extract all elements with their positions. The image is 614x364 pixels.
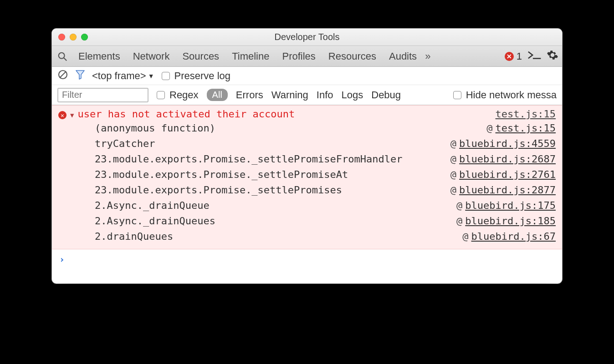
stack-frame-location-link[interactable]: bluebird.js:2761 [459,167,556,182]
level-errors[interactable]: Errors [236,89,263,101]
stack-frame-function: 2.drainQueues [95,229,173,244]
stack-frame-location-link[interactable]: bluebird.js:4559 [459,136,556,152]
console-prompt[interactable]: › [52,249,562,269]
at-symbol: @ [450,182,456,198]
tab-timeline[interactable]: Timeline [225,46,276,66]
toggle-drawer-icon[interactable] [527,50,541,63]
tab-network[interactable]: Network [127,46,176,66]
level-all[interactable]: All [207,89,228,101]
stack-frame-location-link[interactable]: bluebird.js:67 [471,229,556,244]
stack-frame: 2.drainQueues@bluebird.js:67 [95,229,556,244]
stack-frame: 2.Async._drainQueue@bluebird.js:175 [95,198,556,213]
stack-frame-function: 2.Async._drainQueue [95,198,210,213]
svg-point-0 [59,52,65,58]
chevron-down-icon: ▼ [148,72,154,80]
window-title: Developer Tools [52,32,562,42]
panel-tabs: Elements Network Sources Timeline Profil… [52,46,562,67]
console-filterbar: Regex All Errors Warning Info Logs Debug… [52,85,562,105]
tab-resources[interactable]: Resources [322,46,383,66]
window-controls [52,34,88,40]
stack-frame-function: 23.module.exports.Promise._settlePromise… [95,167,348,182]
stack-trace: (anonymous function)@test.js:15tryCatche… [95,121,556,244]
preserve-log-label: Preserve log [174,70,231,82]
stack-frame-location-link[interactable]: bluebird.js:2877 [459,182,556,198]
at-symbol: @ [450,167,456,182]
frame-selector[interactable]: <top frame> ▼ [92,70,154,82]
svg-line-4 [60,71,66,78]
tab-sources[interactable]: Sources [176,46,225,66]
clear-console-icon[interactable] [57,69,68,83]
stack-frame: tryCatcher@bluebird.js:4559 [95,136,556,152]
stack-frame-function: 23.module.exports.Promise._settlePromise… [95,152,403,167]
regex-label: Regex [169,89,199,101]
at-symbol: @ [462,229,468,244]
frame-selector-label: <top frame> [92,70,146,82]
at-symbol: @ [450,136,456,152]
stack-frame: 23.module.exports.Promise._settlePromise… [95,167,556,182]
preserve-log-checkbox[interactable]: Preserve log [162,70,231,82]
stack-frame-function: 23.module.exports.Promise._settlePromise… [95,182,342,198]
error-entry[interactable]: ✕ ▼ user has not activated their account… [52,105,562,249]
console-toolbar: <top frame> ▼ Preserve log [52,67,562,85]
level-logs[interactable]: Logs [342,89,363,101]
titlebar: Developer Tools [52,29,562,46]
zoom-window-button[interactable] [81,34,88,40]
tab-profiles[interactable]: Profiles [276,46,322,66]
devtools-window: Developer Tools Elements Network Sources… [52,29,562,283]
at-symbol: @ [456,198,462,213]
stack-frame-location-link[interactable]: bluebird.js:2687 [459,152,556,167]
error-message: user has not activated their account [77,108,295,120]
checkbox-icon [453,91,461,99]
filter-icon[interactable] [76,70,85,82]
at-symbol: @ [456,213,462,229]
at-symbol: @ [450,152,456,167]
console-output: ✕ ▼ user has not activated their account… [52,105,562,283]
settings-icon[interactable] [547,49,558,64]
level-debug[interactable]: Debug [371,89,401,101]
error-badge-icon[interactable]: ✕ [505,52,514,61]
stack-frame-function: 2.Async._drainQueues [95,213,215,229]
error-icon: ✕ [58,111,67,119]
stack-frame-function: tryCatcher [95,136,155,152]
level-info[interactable]: Info [317,89,333,101]
search-icon[interactable] [57,51,67,61]
stack-frame-location-link[interactable]: bluebird.js:175 [465,198,556,213]
at-symbol: @ [486,121,492,136]
disclosure-triangle-icon[interactable]: ▼ [70,111,74,119]
stack-frame: (anonymous function)@test.js:15 [95,121,556,136]
level-warning[interactable]: Warning [271,89,308,101]
stack-frame: 23.module.exports.Promise._settlePromise… [95,182,556,198]
stack-frame-function: (anonymous function) [95,121,215,136]
hide-network-label: Hide network messa [466,89,557,101]
hide-network-checkbox[interactable]: Hide network messa [453,89,557,101]
close-window-button[interactable] [58,34,65,40]
tab-elements[interactable]: Elements [72,46,127,66]
checkbox-icon [162,72,170,80]
stack-frame: 23.module.exports.Promise._settlePromise… [95,152,556,167]
stack-frame-location-link[interactable]: test.js:15 [496,121,556,136]
regex-checkbox[interactable]: Regex [157,89,199,101]
error-count[interactable]: 1 [517,51,522,62]
error-source-link[interactable]: test.js:15 [496,108,556,120]
filter-input[interactable] [57,88,148,102]
tab-audits[interactable]: Audits [383,46,423,66]
tabs-overflow-icon[interactable]: » [423,51,432,62]
stack-frame: 2.Async._drainQueues@bluebird.js:185 [95,213,556,229]
checkbox-icon [157,91,165,99]
stack-frame-location-link[interactable]: bluebird.js:185 [465,213,556,229]
minimize-window-button[interactable] [70,34,77,40]
svg-line-1 [64,57,67,60]
